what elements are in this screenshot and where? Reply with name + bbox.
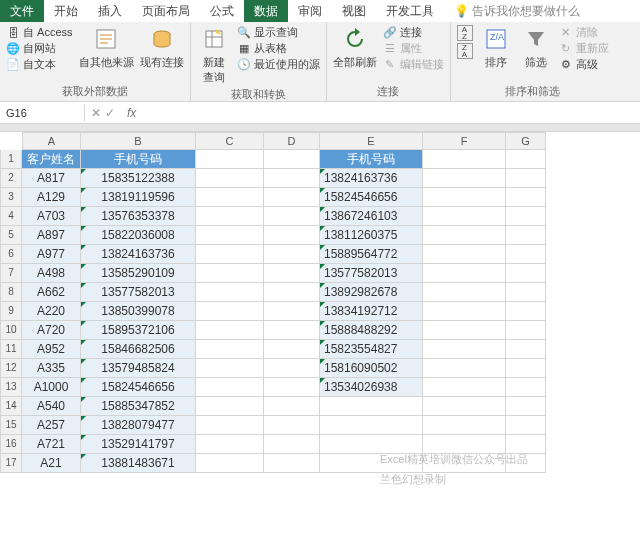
btn-connections[interactable]: 🔗连接 [383,25,444,40]
row-header[interactable]: 2 [0,169,22,188]
btn-existing-conn[interactable]: 现有连接 [140,25,184,70]
cell[interactable] [196,378,264,397]
btn-properties[interactable]: ☰属性 [383,41,444,56]
row-header[interactable]: 14 [0,397,22,416]
row-header[interactable]: 17 [0,454,22,473]
worksheet[interactable]: ABCDEFG 1客户姓名手机号码手机号码2A81715835122388138… [0,132,640,473]
cell[interactable] [506,150,546,169]
cell[interactable] [196,188,264,207]
cell[interactable] [196,340,264,359]
cell[interactable]: 13828079477 [81,416,196,435]
cell[interactable] [506,340,546,359]
cell[interactable] [196,207,264,226]
btn-filter[interactable]: 筛选 [519,25,553,70]
row-header[interactable]: 11 [0,340,22,359]
btn-other-sources[interactable]: 自其他来源 [79,25,134,70]
cell[interactable]: A129 [22,188,81,207]
cell[interactable] [264,169,320,188]
cell[interactable]: A720 [22,321,81,340]
tab-formula[interactable]: 公式 [200,0,244,22]
row-header[interactable]: 7 [0,264,22,283]
cell[interactable] [264,264,320,283]
tab-home[interactable]: 开始 [44,0,88,22]
cell[interactable]: A952 [22,340,81,359]
col-header-F[interactable]: F [423,132,506,150]
row-header[interactable]: 16 [0,435,22,454]
cell[interactable] [264,207,320,226]
cell[interactable]: 13577582013 [81,283,196,302]
cell[interactable] [423,283,506,302]
cell[interactable] [423,340,506,359]
cell[interactable] [264,416,320,435]
cell[interactable] [423,378,506,397]
cell[interactable] [423,207,506,226]
tab-layout[interactable]: 页面布局 [132,0,200,22]
tab-insert[interactable]: 插入 [88,0,132,22]
cell[interactable] [320,416,423,435]
cell[interactable] [506,283,546,302]
cell[interactable] [506,416,546,435]
btn-from-web[interactable]: 🌐自网站 [6,41,73,56]
cell[interactable] [423,150,506,169]
cell[interactable] [506,245,546,264]
cell[interactable]: A721 [22,435,81,454]
cell[interactable]: A257 [22,416,81,435]
cell[interactable] [196,169,264,188]
cell[interactable]: A977 [22,245,81,264]
tab-tellme[interactable]: 💡 告诉我你想要做什么 [444,0,590,22]
cell[interactable] [264,226,320,245]
cell[interactable] [264,321,320,340]
row-header[interactable]: 6 [0,245,22,264]
btn-refresh-all[interactable]: 全部刷新 [333,25,377,70]
btn-recent-sources[interactable]: 🕓最近使用的源 [237,57,320,72]
cell[interactable]: A335 [22,359,81,378]
cell[interactable]: 客户姓名 [22,150,81,169]
cell[interactable] [506,264,546,283]
col-header-A[interactable]: A [22,132,81,150]
row-header[interactable]: 12 [0,359,22,378]
cell[interactable]: A540 [22,397,81,416]
cell[interactable]: 13867246103 [320,207,423,226]
cell[interactable] [264,454,320,473]
cell[interactable] [423,188,506,207]
btn-reapply[interactable]: ↻重新应 [559,41,609,56]
cell[interactable]: A897 [22,226,81,245]
cell[interactable] [196,264,264,283]
cell[interactable] [264,188,320,207]
row-header[interactable]: 13 [0,378,22,397]
cell[interactable]: 15816090502 [320,359,423,378]
enter-btn[interactable]: ✓ [105,106,115,120]
btn-new-query[interactable]: 新建 查询 [197,25,231,85]
cell[interactable] [264,397,320,416]
fx-icon[interactable]: fx [121,106,142,120]
btn-sort[interactable]: Z/A排序 [479,25,513,70]
cancel-btn[interactable]: ✕ [91,106,101,120]
cell[interactable]: 13577582013 [320,264,423,283]
cell[interactable]: 13824163736 [81,245,196,264]
cell[interactable]: 13850399078 [81,302,196,321]
cell[interactable] [196,397,264,416]
tab-data[interactable]: 数据 [244,0,288,22]
col-header-D[interactable]: D [264,132,320,150]
cell[interactable] [196,454,264,473]
cell[interactable]: A498 [22,264,81,283]
btn-from-table[interactable]: ▦从表格 [237,41,320,56]
cell[interactable]: 15846682506 [81,340,196,359]
btn-from-text[interactable]: 📄自文本 [6,57,73,72]
cell[interactable] [264,378,320,397]
row-header[interactable]: 4 [0,207,22,226]
cell[interactable] [423,359,506,378]
cell[interactable] [196,416,264,435]
tab-file[interactable]: 文件 [0,0,44,22]
cell[interactable] [423,245,506,264]
cell[interactable]: 15824546656 [81,378,196,397]
cell[interactable] [264,302,320,321]
cell[interactable]: 13892982678 [320,283,423,302]
tab-review[interactable]: 审阅 [288,0,332,22]
row-header[interactable]: 3 [0,188,22,207]
cell[interactable]: 13834192712 [320,302,423,321]
cell[interactable] [423,416,506,435]
row-header[interactable]: 9 [0,302,22,321]
cell[interactable] [506,397,546,416]
cell[interactable]: 15885347852 [81,397,196,416]
